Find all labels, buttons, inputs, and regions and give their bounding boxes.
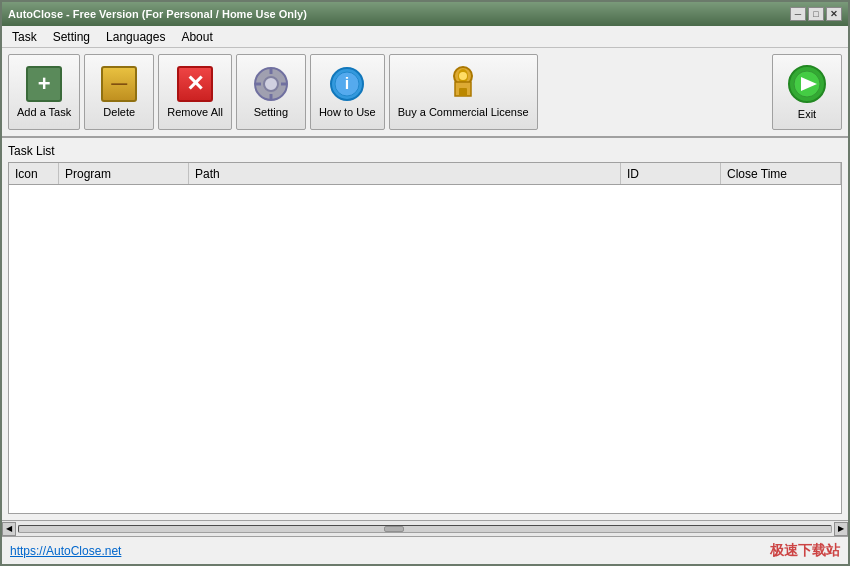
setting-button[interactable]: Setting <box>236 54 306 130</box>
menu-about[interactable]: About <box>173 28 220 46</box>
minimize-button[interactable]: ─ <box>790 7 806 21</box>
col-icon: Icon <box>9 163 59 184</box>
remove-all-icon: ✕ <box>177 66 213 102</box>
col-program: Program <box>59 163 189 184</box>
toolbar: + Add a Task — Delete ✕ Remove All <box>2 48 848 138</box>
horizontal-scrollbar[interactable]: ◀ ▶ <box>2 520 848 536</box>
how-to-use-label: How to Use <box>319 106 376 118</box>
setting-label: Setting <box>254 106 288 118</box>
col-path: Path <box>189 163 621 184</box>
svg-text:i: i <box>345 75 349 92</box>
restore-button[interactable]: □ <box>808 7 824 21</box>
watermark-text: 极速下载站 <box>770 542 840 560</box>
delete-label: Delete <box>103 106 135 118</box>
how-to-use-icon: i <box>329 66 365 102</box>
svg-point-12 <box>459 72 467 80</box>
scroll-right-arrow[interactable]: ▶ <box>834 522 848 536</box>
delete-button[interactable]: — Delete <box>84 54 154 130</box>
title-bar: AutoClose - Free Version (For Personal /… <box>2 2 848 26</box>
add-task-icon: + <box>26 66 62 102</box>
scrollbar-thumb[interactable] <box>384 526 404 532</box>
remove-all-button[interactable]: ✕ Remove All <box>158 54 232 130</box>
buy-license-label: Buy a Commercial License <box>398 106 529 118</box>
title-bar-buttons: ─ □ ✕ <box>790 7 842 21</box>
menu-task[interactable]: Task <box>4 28 45 46</box>
app-window: AutoClose - Free Version (For Personal /… <box>0 0 850 566</box>
scrollbar-track[interactable] <box>18 525 832 533</box>
menu-languages[interactable]: Languages <box>98 28 173 46</box>
window-title: AutoClose - Free Version (For Personal /… <box>8 8 307 20</box>
exit-button[interactable]: Exit <box>772 54 842 130</box>
website-link[interactable]: https://AutoClose.net <box>10 544 121 558</box>
task-list-heading: Task List <box>8 144 842 158</box>
svg-rect-13 <box>459 88 467 96</box>
svg-point-1 <box>264 77 278 91</box>
add-task-button[interactable]: + Add a Task <box>8 54 80 130</box>
how-to-use-button[interactable]: i How to Use <box>310 54 385 130</box>
table-body <box>9 185 841 513</box>
exit-label: Exit <box>798 108 816 120</box>
close-button[interactable]: ✕ <box>826 7 842 21</box>
buy-license-icon <box>445 66 481 102</box>
table-header: Icon Program Path ID Close Time <box>9 163 841 185</box>
buy-license-button[interactable]: Buy a Commercial License <box>389 54 538 130</box>
task-list-table: Icon Program Path ID Close Time <box>8 162 842 514</box>
delete-icon: — <box>101 66 137 102</box>
menu-setting[interactable]: Setting <box>45 28 98 46</box>
main-content: Task List Icon Program Path ID Close Tim… <box>2 138 848 520</box>
remove-all-label: Remove All <box>167 106 223 118</box>
menu-bar: Task Setting Languages About <box>2 26 848 48</box>
col-id: ID <box>621 163 721 184</box>
setting-icon <box>253 66 289 102</box>
status-bar: https://AutoClose.net 极速下载站 <box>2 536 848 564</box>
scroll-left-arrow[interactable]: ◀ <box>2 522 16 536</box>
add-task-label: Add a Task <box>17 106 71 118</box>
exit-icon <box>787 64 827 104</box>
col-close-time: Close Time <box>721 163 841 184</box>
